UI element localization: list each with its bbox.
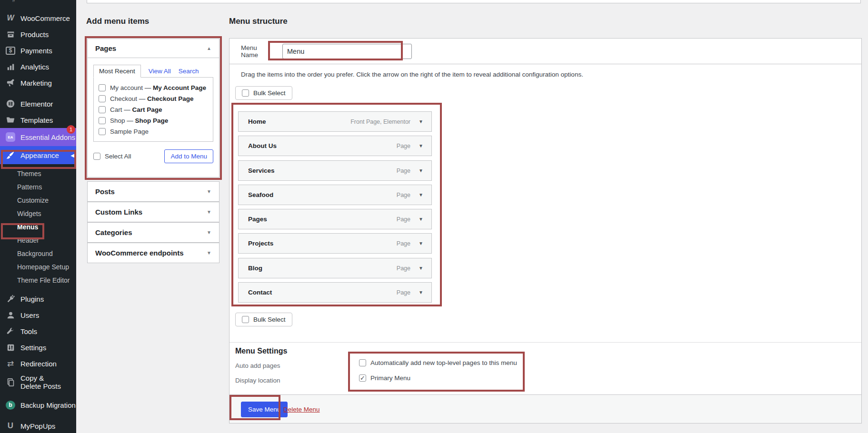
marketing-icon (6, 78, 15, 88)
woocommerce-icon: W (6, 13, 15, 23)
menu-item-services[interactable]: Services Page ▼ (238, 160, 432, 181)
select-all-checkbox[interactable] (93, 153, 100, 160)
sidebar-item-homepage-setup[interactable]: Homepage Setup (0, 260, 76, 274)
item-expand-arrow-icon[interactable]: ▼ (410, 143, 431, 148)
sidebar-item-customize[interactable]: Customize (0, 194, 76, 207)
sidebar-item-backup-migration[interactable]: b Backup Migration (0, 397, 76, 413)
sidebar-item-tools[interactable]: Tools (0, 323, 76, 339)
accordion-posts[interactable]: Posts ▼ (87, 181, 219, 202)
bulk-select-bottom[interactable]: Bulk Select (235, 313, 292, 326)
appearance-icon (6, 150, 15, 160)
item-expand-arrow-icon[interactable]: ▼ (410, 168, 431, 173)
sidebar-item-payments[interactable]: $ Payments (0, 42, 76, 59)
display-location-label: Display location (235, 377, 280, 384)
sidebar-item-mypopups[interactable]: U MyPopUps (0, 418, 76, 433)
redirection-icon: ⇄ (6, 359, 15, 368)
sidebar-item-marketing[interactable]: Marketing (0, 75, 76, 91)
bulk-select-top[interactable]: Bulk Select (235, 86, 292, 100)
plugins-icon (6, 294, 15, 304)
sidebar-item-redirection[interactable]: ⇄ Redirection (0, 355, 76, 372)
sidebar-item-plugins[interactable]: Plugins (0, 291, 76, 307)
sidebar-item-appearance[interactable]: Appearance ◀ (0, 146, 76, 164)
menu-name-label: Menu Name (241, 44, 271, 59)
divider (229, 342, 861, 343)
collapse-arrow-icon[interactable]: ▲ (207, 46, 211, 51)
primary-menu-checkbox[interactable]: ✓ (359, 374, 366, 382)
accordion-woocommerce-endpoints[interactable]: WooCommerce endpoints ▼ (87, 243, 219, 263)
expand-arrow-icon[interactable]: ▼ (207, 209, 211, 215)
item-expand-arrow-icon[interactable]: ▼ (410, 290, 431, 295)
page-item-shop: Shop — Shop Page (99, 115, 208, 126)
sidebar-item-templates[interactable]: Templates (0, 112, 76, 128)
sidebar-item-products[interactable]: Products (0, 26, 76, 42)
sidebar-item-elementor[interactable]: Elementor (0, 96, 76, 112)
expand-arrow-icon[interactable]: ▼ (207, 230, 211, 235)
my-account-checkbox[interactable] (99, 84, 106, 91)
pages-accordion-header[interactable]: Pages ▲ (88, 39, 219, 58)
templates-icon (6, 115, 15, 125)
sidebar-item-woocommerce[interactable]: W WooCommerce (0, 10, 76, 26)
sidebar-item-settings[interactable]: Settings (0, 339, 76, 355)
sample-page-checkbox[interactable] (99, 128, 106, 135)
sidebar-item-essential-addons[interactable]: EA Essential Addons 1 (0, 128, 76, 146)
menu-item-projects[interactable]: Projects Page ▼ (238, 233, 432, 254)
auto-add-pages-row: Automatically add new top-level pages to… (359, 359, 517, 366)
menu-structure-panel: Menu Name Drag the items into the order … (229, 38, 862, 423)
sidebar-item-patterns[interactable]: Patterns (0, 180, 76, 194)
cart-checkbox[interactable] (99, 106, 106, 113)
expand-arrow-icon[interactable]: ▼ (207, 189, 211, 194)
submenu-pointer-icon: ◀ (70, 153, 74, 158)
expand-arrow-icon[interactable]: ▼ (207, 250, 211, 256)
sidebar-item-header[interactable]: Header (0, 234, 76, 247)
select-all-label: Select All (105, 153, 131, 160)
menu-item-home[interactable]: Home Front Page, Elementor ▼ (238, 111, 432, 132)
bulk-select-top-checkbox[interactable] (242, 89, 249, 97)
admin-sidebar: 〃 W WooCommerce Products $ Payments Anal… (0, 0, 76, 433)
bulk-select-bottom-checkbox[interactable] (242, 316, 249, 323)
menu-item-contact[interactable]: Contact Page ▼ (238, 282, 432, 303)
menu-item-pages[interactable]: Pages Page ▼ (238, 209, 432, 229)
accordion-custom-links[interactable]: Custom Links ▼ (87, 202, 219, 222)
sidebar-item-themes[interactable]: Themes (0, 167, 76, 180)
sidebar-item-widgets[interactable]: Widgets (0, 207, 76, 220)
menu-name-input[interactable] (282, 44, 412, 59)
mypopups-icon: U (6, 421, 15, 431)
settings-icon (6, 343, 15, 352)
pages-panel-title: Pages (95, 44, 116, 52)
checkout-checkbox[interactable] (99, 95, 106, 102)
payments-icon: $ (6, 47, 15, 55)
menu-item-blog[interactable]: Blog Page ▼ (238, 258, 432, 278)
accordion-categories[interactable]: Categories ▼ (87, 222, 219, 243)
sidebar-item-menus[interactable]: Menus (0, 220, 76, 234)
cropped-menu-icon: 〃 (10, 0, 17, 2)
menu-settings-heading: Menu Settings (235, 347, 287, 355)
menu-structure-heading: Menu structure (229, 17, 288, 26)
shop-checkbox[interactable] (99, 117, 106, 124)
item-expand-arrow-icon[interactable]: ▼ (410, 192, 431, 197)
sidebar-item-users[interactable]: Users (0, 307, 76, 323)
menu-item-about-us[interactable]: About Us Page ▼ (238, 136, 432, 156)
auto-add-pages-label: Auto add pages (235, 362, 280, 369)
save-menu-button[interactable]: Save Menu (241, 402, 288, 417)
page-item-checkout: Checkout — Checkout Page (99, 93, 208, 104)
page-item-cart: Cart — Cart Page (99, 104, 208, 115)
item-expand-arrow-icon[interactable]: ▼ (410, 266, 431, 271)
item-expand-arrow-icon[interactable]: ▼ (410, 216, 431, 222)
add-to-menu-button[interactable]: Add to Menu (164, 149, 213, 163)
elementor-icon (6, 99, 15, 108)
tab-search[interactable]: Search (179, 68, 199, 75)
auto-add-pages-checkbox[interactable] (359, 359, 366, 366)
tab-view-all[interactable]: View All (149, 68, 171, 75)
essential-addons-icon: EA (6, 132, 15, 142)
menu-item-seafood[interactable]: Seafood Page ▼ (238, 185, 432, 205)
sidebar-item-theme-file-editor[interactable]: Theme File Editor (0, 274, 76, 287)
sidebar-item-background[interactable]: Background (0, 247, 76, 260)
sidebar-item-copy-delete-posts[interactable]: Copy & Delete Posts (0, 372, 76, 393)
item-expand-arrow-icon[interactable]: ▼ (410, 241, 431, 246)
tab-most-recent[interactable]: Most Recent (93, 65, 141, 78)
delete-menu-link[interactable]: Delete Menu (283, 406, 320, 413)
appearance-submenu: Themes Patterns Customize Widgets Menus … (0, 164, 76, 291)
page-checkbox-list: My account — My Account Page Checkout — … (93, 77, 213, 142)
sidebar-item-analytics[interactable]: Analytics (0, 59, 76, 75)
item-expand-arrow-icon[interactable]: ▼ (410, 119, 431, 124)
